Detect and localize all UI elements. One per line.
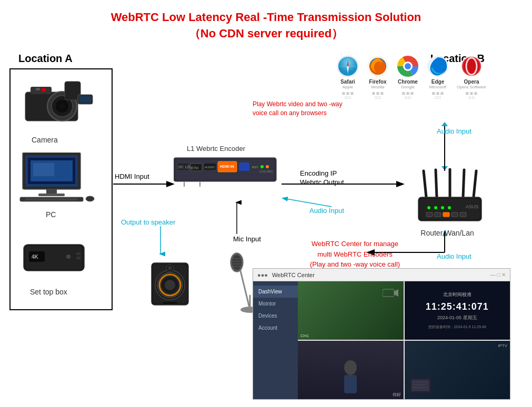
main-title: WebRTC Low Latency Real -Time Transmissi…: [0, 0, 532, 42]
clock-label: 北京时间校准: [443, 291, 471, 298]
svg-point-32: [86, 196, 94, 201]
browsers-row: Safari Apple ⊞ ⊞ ⊞ □ □ Firefox Mozilla ⊞…: [337, 55, 486, 99]
encoding-ip-label: Encoding IP Webrtc Output: [300, 169, 344, 187]
svg-rect-69: [426, 212, 433, 217]
svg-point-97: [165, 280, 175, 290]
svg-point-66: [434, 206, 437, 209]
svg-rect-29: [38, 194, 65, 196]
sidebar-account[interactable]: Account: [253, 322, 298, 334]
svg-line-62: [474, 171, 476, 197]
pc-image: [16, 152, 97, 205]
svg-line-2: [283, 198, 332, 207]
browser-opera: Opera Opera Software ⊞ ⊞ ⊞ □ □: [457, 55, 486, 99]
screenshot-titlebar: ●●● WebRTC Center — □ ✕: [253, 269, 510, 281]
svg-point-113: [344, 360, 357, 375]
sidebar-devices[interactable]: Devices: [253, 310, 298, 322]
browser-firefox: Firefox Mozilla ⊞ ⊞ ⊞ □ □: [367, 55, 389, 99]
svg-rect-18: [31, 87, 52, 94]
browser-edge: Edge Microsoft ⊞ ⊞ ⊞ □ □: [427, 55, 449, 99]
svg-rect-31: [25, 198, 78, 200]
play-webrtc-text: Play Webrtc video and two -way voice cal…: [253, 100, 353, 118]
svg-rect-72: [451, 212, 458, 217]
webrtc-center-manage-text: WebRTC Center for manage multi WebRTC En…: [298, 239, 411, 270]
svg-rect-28: [46, 189, 57, 194]
screenshot-title: WebRTC Center: [272, 272, 315, 278]
encoder-label: L1 Webrtc Encoder: [187, 145, 245, 152]
svg-rect-111: [383, 289, 394, 297]
browser-safari: Safari Apple ⊞ ⊞ ⊞ □ □: [337, 55, 359, 99]
svg-point-105: [232, 255, 242, 270]
clock-time: 11:25:41:071: [426, 301, 489, 312]
svg-point-100: [168, 266, 172, 270]
pc-label: PC: [46, 210, 56, 219]
svg-line-61: [463, 170, 464, 197]
sidebar-dashview[interactable]: DashView: [253, 286, 298, 298]
svg-rect-73: [460, 212, 466, 217]
encoder-image: DC 12V ETH AUDIO HDMI IN RST LOS REC: [174, 155, 279, 189]
svg-point-21: [42, 88, 46, 92]
svg-rect-22: [36, 88, 40, 90]
svg-text:4K: 4K: [32, 254, 39, 260]
clock-sub: 您的设备时间：2024-01-5 11:25:46: [428, 324, 486, 330]
svg-point-86: [405, 63, 411, 69]
router-label: Router Wan/Lan: [416, 229, 479, 237]
stb-label: Set top box: [30, 288, 67, 296]
video-cell-2: 北京时间校准 11:25:41:071 2024-01-05 星期五 您的设备时…: [405, 281, 510, 340]
sidebar-monitor[interactable]: Mointor: [253, 298, 298, 310]
svg-line-58: [424, 171, 426, 197]
svg-rect-116: [411, 380, 429, 391]
svg-point-53: [260, 165, 264, 168]
camera-image: [16, 76, 97, 134]
svg-text:ETH: ETH: [191, 166, 198, 170]
svg-point-16: [59, 103, 65, 109]
hdmi-input-label: HDMI Input: [115, 172, 149, 180]
svg-point-65: [427, 206, 430, 209]
svg-rect-38: [76, 252, 81, 255]
audio-input-bot: Audio Input: [437, 252, 471, 260]
svg-rect-114: [344, 375, 357, 393]
video-cell-3: 你好: [298, 341, 404, 399]
router-image: ASUS: [416, 168, 484, 228]
svg-line-103: [239, 267, 250, 310]
svg-rect-50: [239, 162, 249, 171]
camera-label: Camera: [32, 136, 58, 144]
audio-input-top: Audio Input: [437, 127, 471, 135]
svg-point-37: [66, 255, 71, 259]
speaker-image: [146, 258, 194, 312]
svg-marker-4: [441, 122, 448, 126]
svg-point-54: [266, 165, 269, 168]
svg-rect-27: [33, 163, 54, 176]
mic-input-label: Mic Input: [233, 235, 261, 243]
location-a-label: Location A: [18, 53, 73, 65]
svg-rect-70: [435, 212, 441, 217]
svg-text:DC 12V: DC 12V: [178, 165, 192, 169]
audio-input-mid: Audio Input: [309, 207, 344, 215]
stb-image: 4K: [21, 237, 89, 281]
clock-date: 2024-01-05 星期五: [437, 314, 477, 321]
svg-text:LOS REC: LOS REC: [259, 170, 274, 173]
screenshot-sidebar: DashView Mointor Devices Account: [253, 281, 298, 399]
svg-marker-112: [394, 289, 398, 297]
svg-rect-71: [443, 212, 449, 217]
svg-text:RST: RST: [252, 166, 258, 169]
browser-chrome: Chrome Google ⊞ ⊞ ⊞ □ □: [397, 55, 419, 99]
svg-text:AUDIO: AUDIO: [205, 166, 215, 169]
svg-rect-20: [79, 96, 91, 103]
svg-rect-101: [162, 301, 178, 304]
svg-point-67: [441, 206, 444, 209]
webrtc-center-screenshot: ●●● WebRTC Center — □ ✕ DashView Mointor…: [253, 268, 510, 400]
video-cell-4: IPTV: [405, 341, 510, 399]
video-cell-1: CH1: [298, 281, 404, 340]
output-to-speaker-label: Output to speaker: [121, 218, 175, 226]
svg-line-59: [436, 170, 437, 197]
screenshot-content: CH1 北京时间校准 11:25:41:071 2024-01-05 星期五 您…: [298, 281, 510, 399]
svg-text:ASUS: ASUS: [466, 204, 479, 209]
svg-text:HDMI IN: HDMI IN: [220, 165, 234, 168]
svg-rect-39: [76, 257, 81, 259]
svg-point-68: [448, 206, 451, 209]
